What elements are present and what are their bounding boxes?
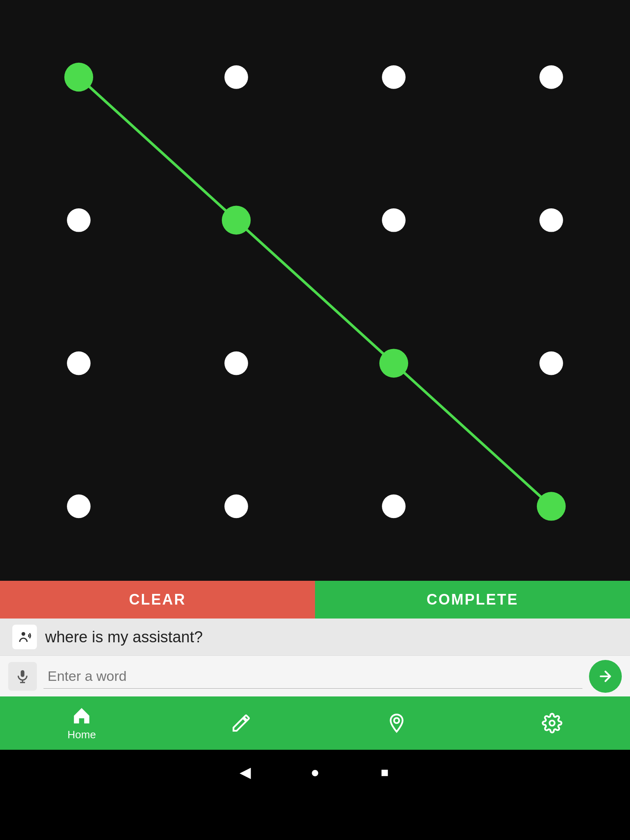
- nav-item-library[interactable]: [386, 713, 407, 733]
- app-container: CLEAR COMPLETE where is my assistant?: [0, 0, 630, 840]
- dot-r0c0[interactable]: [64, 63, 93, 91]
- home-system-button[interactable]: ●: [305, 762, 325, 783]
- dot-r0c2[interactable]: [382, 65, 406, 89]
- back-button[interactable]: ◀: [235, 762, 256, 783]
- dot-r0c1[interactable]: [224, 65, 248, 89]
- query-bar: where is my assistant?: [0, 619, 630, 655]
- dot-r3c3[interactable]: [537, 492, 566, 520]
- bottom-navigation: Home: [0, 696, 630, 750]
- dot-r0c3[interactable]: [539, 65, 563, 89]
- dot-r3c1[interactable]: [224, 495, 248, 518]
- dot-r1c1[interactable]: [222, 206, 251, 235]
- dot-r2c0[interactable]: [67, 352, 91, 375]
- dot-r3c2[interactable]: [382, 495, 406, 518]
- clear-button[interactable]: CLEAR: [0, 581, 315, 619]
- query-text: where is my assistant?: [45, 628, 203, 646]
- svg-point-0: [22, 632, 25, 636]
- input-row: [0, 655, 630, 696]
- complete-button[interactable]: COMPLETE: [315, 581, 630, 619]
- action-buttons-row: CLEAR COMPLETE: [0, 581, 630, 619]
- send-button[interactable]: [589, 660, 622, 693]
- dot-r1c2[interactable]: [382, 208, 406, 232]
- nav-item-home[interactable]: Home: [68, 705, 96, 741]
- line-segment-1: [79, 77, 236, 220]
- nav-item-edit[interactable]: [231, 713, 251, 733]
- voice-query-icon: [12, 625, 37, 649]
- nav-item-settings[interactable]: [542, 713, 562, 733]
- dot-r1c3[interactable]: [539, 208, 563, 232]
- dot-r3c0[interactable]: [67, 495, 91, 518]
- dot-r2c3[interactable]: [539, 352, 563, 375]
- nav-label-home: Home: [68, 728, 96, 741]
- line-segment-3: [394, 363, 551, 507]
- system-navigation-bar: ◀ ● ■: [0, 750, 630, 795]
- recents-button[interactable]: ■: [374, 762, 395, 783]
- svg-point-4: [394, 718, 399, 724]
- word-input[interactable]: [43, 664, 582, 689]
- svg-point-5: [550, 721, 555, 726]
- line-segment-2: [236, 220, 394, 363]
- svg-rect-1: [21, 670, 25, 677]
- dot-r2c2[interactable]: [379, 349, 408, 377]
- dot-r2c1[interactable]: [224, 352, 248, 375]
- mic-button[interactable]: [8, 662, 37, 691]
- dot-r1c0[interactable]: [67, 208, 91, 232]
- dot-grid-canvas[interactable]: [0, 0, 630, 581]
